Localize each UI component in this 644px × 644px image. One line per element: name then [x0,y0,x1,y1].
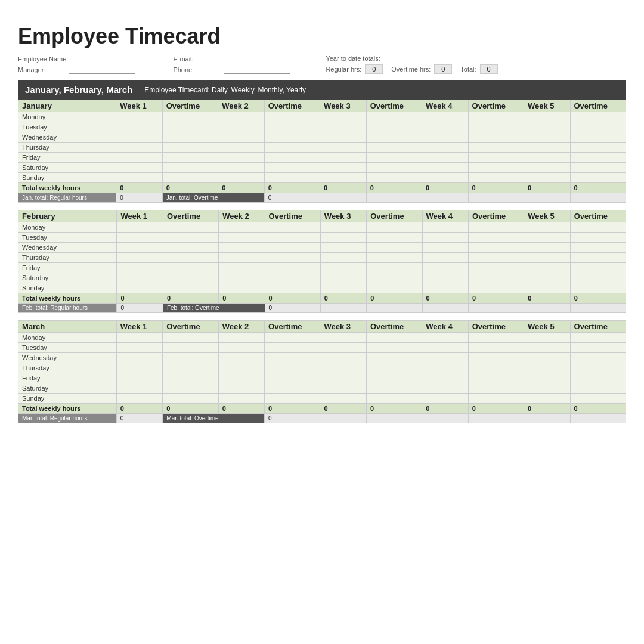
day-cell-5[interactable] [366,353,422,363]
day-cell-9[interactable] [570,222,626,233]
day-cell-0[interactable] [117,263,163,273]
day-cell-8[interactable] [524,363,570,373]
day-cell-7[interactable] [468,383,524,394]
day-cell-5[interactable] [366,173,422,183]
day-cell-6[interactable] [422,273,468,283]
day-cell-1[interactable] [162,112,218,122]
day-cell-1[interactable] [163,333,218,343]
day-cell-0[interactable] [116,383,162,394]
day-cell-7[interactable] [468,343,524,353]
day-cell-2[interactable] [218,394,264,404]
day-cell-8[interactable] [524,343,570,353]
day-cell-3[interactable] [265,222,320,233]
day-cell-8[interactable] [524,233,570,243]
day-cell-0[interactable] [117,243,163,253]
manager-input[interactable] [69,66,135,74]
day-cell-0[interactable] [116,333,162,343]
day-cell-1[interactable] [163,243,218,253]
day-cell-3[interactable] [265,273,320,283]
day-cell-3[interactable] [265,343,320,353]
day-cell-2[interactable] [218,132,265,143]
day-cell-3[interactable] [264,122,320,132]
day-cell-0[interactable] [116,353,162,363]
day-cell-3[interactable] [264,153,320,163]
day-cell-7[interactable] [468,333,524,343]
day-cell-2[interactable] [218,173,265,183]
day-cell-8[interactable] [524,253,570,263]
day-cell-4[interactable] [320,163,367,173]
day-cell-4[interactable] [320,263,366,273]
day-cell-7[interactable] [468,263,524,273]
day-cell-3[interactable] [265,253,320,263]
day-cell-9[interactable] [570,112,626,122]
day-cell-6[interactable] [422,173,469,183]
day-cell-6[interactable] [422,122,469,132]
day-cell-5[interactable] [367,283,422,293]
day-cell-1[interactable] [162,143,218,153]
day-cell-6[interactable] [422,353,468,363]
day-cell-7[interactable] [468,353,524,363]
day-cell-3[interactable] [265,233,320,243]
day-cell-4[interactable] [320,373,366,383]
day-cell-5[interactable] [366,122,422,132]
day-cell-0[interactable] [117,253,163,263]
day-cell-6[interactable] [422,132,469,143]
day-cell-2[interactable] [218,333,264,343]
day-cell-9[interactable] [570,373,626,383]
day-cell-9[interactable] [570,143,626,153]
day-cell-3[interactable] [264,173,320,183]
day-cell-1[interactable] [162,163,218,173]
day-cell-0[interactable] [117,283,163,293]
day-cell-9[interactable] [570,153,626,163]
day-cell-4[interactable] [320,273,366,283]
day-cell-9[interactable] [570,173,626,183]
day-cell-7[interactable] [468,233,524,243]
day-cell-2[interactable] [219,243,265,253]
day-cell-1[interactable] [163,373,218,383]
day-cell-2[interactable] [218,153,265,163]
day-cell-9[interactable] [570,333,626,343]
day-cell-7[interactable] [468,132,524,143]
day-cell-8[interactable] [524,153,570,163]
day-cell-3[interactable] [265,394,320,404]
day-cell-3[interactable] [265,353,320,363]
day-cell-0[interactable] [116,173,163,183]
day-cell-2[interactable] [218,143,265,153]
day-cell-5[interactable] [366,383,422,394]
day-cell-1[interactable] [163,222,218,233]
day-cell-8[interactable] [524,394,570,404]
day-cell-6[interactable] [422,112,469,122]
day-cell-2[interactable] [219,263,265,273]
day-cell-3[interactable] [265,283,320,293]
day-cell-0[interactable] [116,363,162,373]
day-cell-2[interactable] [218,363,264,373]
day-cell-0[interactable] [116,143,163,153]
day-cell-0[interactable] [117,233,163,243]
day-cell-3[interactable] [264,112,320,122]
day-cell-2[interactable] [218,353,264,363]
day-cell-4[interactable] [320,112,367,122]
day-cell-9[interactable] [570,132,626,143]
day-cell-4[interactable] [320,233,366,243]
day-cell-3[interactable] [265,263,320,273]
day-cell-5[interactable] [366,363,422,373]
day-cell-5[interactable] [367,253,422,263]
employee-name-input[interactable] [72,55,137,63]
phone-input[interactable] [224,66,290,74]
day-cell-4[interactable] [320,132,367,143]
day-cell-7[interactable] [468,253,524,263]
day-cell-2[interactable] [219,233,265,243]
day-cell-8[interactable] [524,112,570,122]
day-cell-6[interactable] [422,253,468,263]
day-cell-8[interactable] [524,122,570,132]
day-cell-1[interactable] [163,383,218,394]
day-cell-2[interactable] [219,222,265,233]
day-cell-4[interactable] [320,243,366,253]
day-cell-5[interactable] [367,222,422,233]
day-cell-7[interactable] [468,222,524,233]
day-cell-6[interactable] [422,373,468,383]
day-cell-0[interactable] [116,373,162,383]
day-cell-9[interactable] [570,363,626,373]
day-cell-7[interactable] [468,153,524,163]
day-cell-1[interactable] [162,132,218,143]
